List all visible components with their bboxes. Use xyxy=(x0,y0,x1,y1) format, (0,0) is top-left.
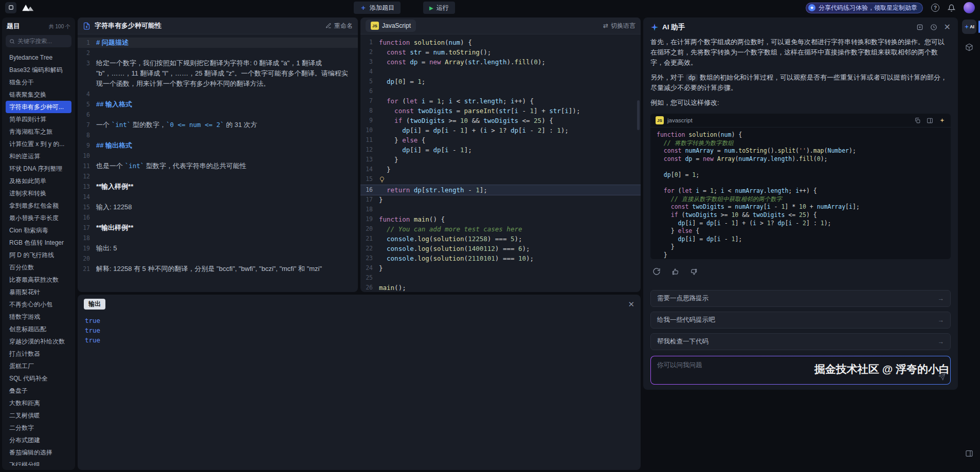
thumbs-down-icon[interactable] xyxy=(687,265,700,278)
search-input[interactable] xyxy=(17,38,68,44)
sidebar-item[interactable]: 环状 DNA 序列整理 xyxy=(6,162,71,175)
sidebar-item[interactable]: 最小替换子串长度 xyxy=(6,212,71,224)
sidebar-item[interactable]: 打点计数器 xyxy=(6,348,71,360)
sidebar-item[interactable]: 和的逆运算 xyxy=(6,150,71,162)
sidebar-item[interactable]: 二分数字 xyxy=(6,422,71,434)
sidebar-item[interactable]: RGB 色值转 Integer xyxy=(6,237,71,249)
sidebar-item[interactable]: 暴雨梨花针 xyxy=(6,286,71,298)
sidebar-item[interactable]: 及格如此简单 xyxy=(6,175,71,187)
box-icon[interactable] xyxy=(965,43,973,51)
ai-assistant-toggle[interactable]: AI xyxy=(962,20,976,34)
code-line[interactable]: 22 console.log(solution(1400112) === 6); xyxy=(360,244,641,253)
markdown-line[interactable]: 18 xyxy=(78,233,358,243)
code-line[interactable]: 26main(); xyxy=(360,283,641,292)
insert-code-icon[interactable] xyxy=(927,117,933,124)
code-line[interactable]: 14 } xyxy=(360,165,641,174)
sidebar-item[interactable]: 大数和距离 xyxy=(6,397,71,409)
sidebar-item[interactable]: 进制求和转换 xyxy=(6,187,71,199)
ai-code-lines[interactable]: function solution(num) { // 将数字转换为数字数组 c… xyxy=(650,128,951,259)
notifications-icon[interactable] xyxy=(948,4,955,12)
code-line[interactable]: 24} xyxy=(360,263,641,273)
help-icon[interactable]: ? xyxy=(931,4,939,12)
markdown-line[interactable]: 13**输入样例** xyxy=(78,181,358,192)
markdown-line[interactable]: 17**输出样例** xyxy=(78,223,358,233)
sidebar-item[interactable]: Base32 编码和解码 xyxy=(6,64,71,76)
markdown-line[interactable]: 19输出: 5 xyxy=(78,243,358,253)
markdown-line[interactable]: 14 xyxy=(78,192,358,202)
sidebar-item[interactable]: Cion 勒索病毒 xyxy=(6,224,71,237)
markdown-line[interactable]: 20 xyxy=(78,253,358,264)
markdown-line[interactable]: 7一个 `int` 型的数字，`0 <= num <= 2` 的 31 次方 xyxy=(78,120,358,130)
markdown-line[interactable]: 4 xyxy=(78,89,358,99)
add-problem-button[interactable]: ＋ 添加题目 xyxy=(354,2,401,14)
sidebar-item[interactable]: 猫鱼分干 xyxy=(6,76,71,88)
search-box[interactable] xyxy=(6,35,71,47)
close-output-icon[interactable]: ✕ xyxy=(628,300,634,308)
code-line[interactable]: 1function solution(num) { xyxy=(360,38,641,47)
history-icon[interactable] xyxy=(930,24,937,31)
code-line[interactable]: 15 xyxy=(360,174,641,185)
code-line[interactable]: 19function main() { xyxy=(360,214,641,224)
markdown-line[interactable]: 15输入: 12258 xyxy=(78,202,358,212)
code-line[interactable]: 8 const twoDigits = parseInt(str[i - 1] … xyxy=(360,106,641,116)
code-line[interactable]: 18 xyxy=(360,205,641,214)
markdown-line[interactable]: 6 xyxy=(78,110,358,120)
sidebar-item[interactable]: 计算位置 x 到 y 的... xyxy=(6,138,71,150)
send-icon[interactable] xyxy=(938,373,946,380)
code-line[interactable]: 16 return dp[str.length - 1]; xyxy=(360,185,641,195)
sidebar-item[interactable]: 分布式团建 xyxy=(6,434,71,446)
sidebar-item[interactable]: 二叉树供暖 xyxy=(6,409,71,422)
ai-input-box[interactable] xyxy=(650,356,951,385)
sidebar-item[interactable]: 简单四则计算 xyxy=(6,113,71,125)
markdown-line[interactable]: 11也是一个 `int` 型数字，代表字符串的总共可能性 xyxy=(78,161,358,171)
ai-suggestion-button[interactable]: 给我一些代码提示吧→ xyxy=(650,312,951,329)
sidebar-item[interactable]: Bytedance Tree xyxy=(6,51,71,64)
user-avatar[interactable] xyxy=(964,2,975,13)
output-tab[interactable]: 输出 xyxy=(84,299,105,310)
markdown-line[interactable]: 9## 输出格式 xyxy=(78,140,358,151)
thumbs-up-icon[interactable] xyxy=(669,265,681,278)
ai-suggestion-button[interactable]: 帮我检查一下代码→ xyxy=(650,333,951,350)
code-line[interactable]: 10 dp[i] = dp[i - 1] + (i > 1? dp[i - 2]… xyxy=(360,125,641,135)
code-line[interactable]: 5 dp[0] = 1; xyxy=(360,77,641,86)
sidebar-item[interactable]: 拿到最多红包金额 xyxy=(6,199,71,212)
sidebar-item[interactable]: 阿 D 的飞行路线 xyxy=(6,249,71,261)
app-logo[interactable] xyxy=(5,2,16,13)
code-line[interactable]: 23 console.log(solution(2110101) === 10)… xyxy=(360,253,641,263)
markdown-line[interactable]: 10 xyxy=(78,151,358,161)
sidebar-item[interactable]: 猜数字游戏 xyxy=(6,311,71,323)
sidebar-item[interactable]: 百分位数 xyxy=(6,261,71,274)
new-chat-icon[interactable] xyxy=(916,24,923,31)
code-line[interactable]: 9 if (twoDigits >= 10 && twoDigits <= 25… xyxy=(360,116,641,125)
sidebar-item[interactable]: 创意标题匹配 xyxy=(6,323,71,335)
rename-button[interactable]: 重命名 xyxy=(325,22,353,30)
ai-input[interactable] xyxy=(651,356,950,384)
code-line[interactable]: 21 console.log(solution(12258) === 5); xyxy=(360,234,641,244)
scrollbar-thumb[interactable] xyxy=(637,100,640,130)
regenerate-icon[interactable] xyxy=(650,265,663,278)
code-line[interactable]: 3 const dp = new Array(str.length).fill(… xyxy=(360,57,641,67)
close-ai-icon[interactable]: ✕ xyxy=(944,23,951,31)
code-line[interactable]: 7 for (let i = 1; i < str.length; i++) { xyxy=(360,96,641,106)
markdown-line[interactable]: 8 xyxy=(78,130,358,140)
sidebar-item[interactable]: 青海湖租车之旅 xyxy=(6,125,71,138)
markdown-line[interactable]: 16 xyxy=(78,212,358,223)
sidebar-item[interactable]: 穿越沙漠的补给次数 xyxy=(6,335,71,348)
code-editor[interactable]: 1function solution(num) {2 const str = n… xyxy=(360,34,641,292)
sidebar-item[interactable]: 蛋糕工厂 xyxy=(6,360,71,372)
language-tab[interactable]: JS JavaScript xyxy=(366,20,416,32)
sidebar-item[interactable]: 飞行棋分组 xyxy=(6,459,71,466)
copy-icon[interactable] xyxy=(914,117,921,124)
code-line[interactable]: 17} xyxy=(360,195,641,205)
sidebar-item[interactable]: 叠盘子 xyxy=(6,385,71,397)
ai-suggestion-button[interactable]: 需要一点思路提示→ xyxy=(650,290,951,307)
code-line[interactable]: 2 const str = num.toString(); xyxy=(360,47,641,57)
sidebar-item[interactable]: 不再贪心的小包 xyxy=(6,298,71,311)
run-button[interactable]: ▶ 运行 xyxy=(423,2,455,14)
sidebar-item[interactable]: 字符串有多少种可... xyxy=(6,101,71,113)
markdown-line[interactable]: 12 xyxy=(78,171,358,181)
markdown-editor[interactable]: 1# 问题描述2 3给定一个数字，我们按照如下规则把它翻译为字符串: 0 翻译成… xyxy=(78,34,358,292)
switch-language-button[interactable]: ⇄ 切换语言 xyxy=(603,22,636,30)
quickfix-bulb-icon[interactable] xyxy=(379,175,385,185)
markdown-line[interactable]: 3给定一个数字，我们按照如下规则把它翻译为字符串: 0 翻译成 "a"，1 翻译… xyxy=(78,58,358,89)
